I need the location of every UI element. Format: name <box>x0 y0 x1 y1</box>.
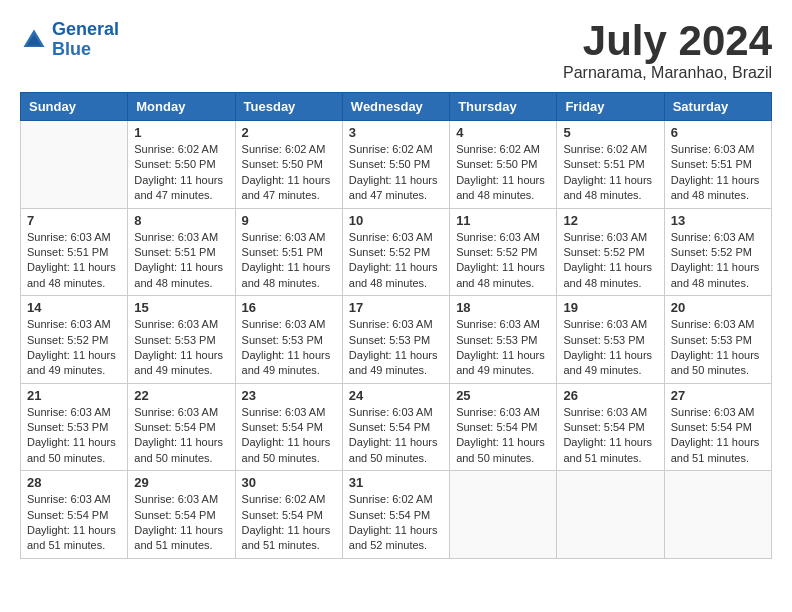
calendar-cell: 13Sunrise: 6:03 AMSunset: 5:52 PMDayligh… <box>664 208 771 296</box>
calendar-week-row-3: 14Sunrise: 6:03 AMSunset: 5:52 PMDayligh… <box>21 296 772 384</box>
calendar-header-wednesday: Wednesday <box>342 93 449 121</box>
day-number: 28 <box>27 475 121 490</box>
day-info: Sunrise: 6:03 AMSunset: 5:54 PMDaylight:… <box>456 405 550 467</box>
day-info: Sunrise: 6:03 AMSunset: 5:54 PMDaylight:… <box>134 492 228 554</box>
day-number: 18 <box>456 300 550 315</box>
calendar-cell <box>21 121 128 209</box>
calendar-cell: 22Sunrise: 6:03 AMSunset: 5:54 PMDayligh… <box>128 383 235 471</box>
day-info: Sunrise: 6:03 AMSunset: 5:54 PMDaylight:… <box>671 405 765 467</box>
title-block: July 2024 Parnarama, Maranhao, Brazil <box>563 20 772 82</box>
page-header: General Blue July 2024 Parnarama, Maranh… <box>20 20 772 82</box>
logo: General Blue <box>20 20 119 60</box>
day-number: 6 <box>671 125 765 140</box>
day-info: Sunrise: 6:02 AMSunset: 5:54 PMDaylight:… <box>349 492 443 554</box>
day-number: 25 <box>456 388 550 403</box>
calendar-cell: 3Sunrise: 6:02 AMSunset: 5:50 PMDaylight… <box>342 121 449 209</box>
calendar-cell: 31Sunrise: 6:02 AMSunset: 5:54 PMDayligh… <box>342 471 449 559</box>
calendar-cell: 12Sunrise: 6:03 AMSunset: 5:52 PMDayligh… <box>557 208 664 296</box>
calendar-cell <box>664 471 771 559</box>
day-number: 1 <box>134 125 228 140</box>
day-number: 22 <box>134 388 228 403</box>
day-info: Sunrise: 6:03 AMSunset: 5:52 PMDaylight:… <box>671 230 765 292</box>
day-number: 8 <box>134 213 228 228</box>
day-info: Sunrise: 6:03 AMSunset: 5:53 PMDaylight:… <box>349 317 443 379</box>
day-number: 11 <box>456 213 550 228</box>
calendar-cell: 24Sunrise: 6:03 AMSunset: 5:54 PMDayligh… <box>342 383 449 471</box>
day-info: Sunrise: 6:02 AMSunset: 5:51 PMDaylight:… <box>563 142 657 204</box>
calendar-cell: 19Sunrise: 6:03 AMSunset: 5:53 PMDayligh… <box>557 296 664 384</box>
calendar-header-thursday: Thursday <box>450 93 557 121</box>
calendar-cell: 27Sunrise: 6:03 AMSunset: 5:54 PMDayligh… <box>664 383 771 471</box>
calendar-week-row-4: 21Sunrise: 6:03 AMSunset: 5:53 PMDayligh… <box>21 383 772 471</box>
day-number: 12 <box>563 213 657 228</box>
calendar-cell: 14Sunrise: 6:03 AMSunset: 5:52 PMDayligh… <box>21 296 128 384</box>
calendar-cell: 5Sunrise: 6:02 AMSunset: 5:51 PMDaylight… <box>557 121 664 209</box>
calendar-cell: 10Sunrise: 6:03 AMSunset: 5:52 PMDayligh… <box>342 208 449 296</box>
calendar-cell: 2Sunrise: 6:02 AMSunset: 5:50 PMDaylight… <box>235 121 342 209</box>
day-number: 5 <box>563 125 657 140</box>
calendar-cell: 1Sunrise: 6:02 AMSunset: 5:50 PMDaylight… <box>128 121 235 209</box>
day-info: Sunrise: 6:03 AMSunset: 5:52 PMDaylight:… <box>27 317 121 379</box>
day-info: Sunrise: 6:03 AMSunset: 5:53 PMDaylight:… <box>134 317 228 379</box>
day-number: 9 <box>242 213 336 228</box>
calendar-cell: 23Sunrise: 6:03 AMSunset: 5:54 PMDayligh… <box>235 383 342 471</box>
day-info: Sunrise: 6:02 AMSunset: 5:50 PMDaylight:… <box>349 142 443 204</box>
day-info: Sunrise: 6:03 AMSunset: 5:52 PMDaylight:… <box>456 230 550 292</box>
day-number: 7 <box>27 213 121 228</box>
day-number: 4 <box>456 125 550 140</box>
day-number: 23 <box>242 388 336 403</box>
day-info: Sunrise: 6:03 AMSunset: 5:51 PMDaylight:… <box>242 230 336 292</box>
day-info: Sunrise: 6:02 AMSunset: 5:50 PMDaylight:… <box>456 142 550 204</box>
calendar-cell <box>557 471 664 559</box>
day-info: Sunrise: 6:03 AMSunset: 5:51 PMDaylight:… <box>27 230 121 292</box>
calendar-cell: 4Sunrise: 6:02 AMSunset: 5:50 PMDaylight… <box>450 121 557 209</box>
day-info: Sunrise: 6:02 AMSunset: 5:54 PMDaylight:… <box>242 492 336 554</box>
calendar-cell: 28Sunrise: 6:03 AMSunset: 5:54 PMDayligh… <box>21 471 128 559</box>
logo-icon <box>20 26 48 54</box>
day-number: 27 <box>671 388 765 403</box>
day-info: Sunrise: 6:02 AMSunset: 5:50 PMDaylight:… <box>242 142 336 204</box>
calendar-header-tuesday: Tuesday <box>235 93 342 121</box>
month-title: July 2024 <box>563 20 772 62</box>
day-number: 2 <box>242 125 336 140</box>
calendar-cell: 7Sunrise: 6:03 AMSunset: 5:51 PMDaylight… <box>21 208 128 296</box>
calendar-header-saturday: Saturday <box>664 93 771 121</box>
calendar-header-monday: Monday <box>128 93 235 121</box>
calendar-header-friday: Friday <box>557 93 664 121</box>
calendar-table: SundayMondayTuesdayWednesdayThursdayFrid… <box>20 92 772 559</box>
day-info: Sunrise: 6:02 AMSunset: 5:50 PMDaylight:… <box>134 142 228 204</box>
calendar-header-row: SundayMondayTuesdayWednesdayThursdayFrid… <box>21 93 772 121</box>
day-number: 30 <box>242 475 336 490</box>
calendar-header-sunday: Sunday <box>21 93 128 121</box>
calendar-cell: 6Sunrise: 6:03 AMSunset: 5:51 PMDaylight… <box>664 121 771 209</box>
calendar-cell: 21Sunrise: 6:03 AMSunset: 5:53 PMDayligh… <box>21 383 128 471</box>
calendar-cell: 11Sunrise: 6:03 AMSunset: 5:52 PMDayligh… <box>450 208 557 296</box>
day-number: 16 <box>242 300 336 315</box>
calendar-cell: 16Sunrise: 6:03 AMSunset: 5:53 PMDayligh… <box>235 296 342 384</box>
day-info: Sunrise: 6:03 AMSunset: 5:53 PMDaylight:… <box>671 317 765 379</box>
calendar-cell: 25Sunrise: 6:03 AMSunset: 5:54 PMDayligh… <box>450 383 557 471</box>
day-info: Sunrise: 6:03 AMSunset: 5:54 PMDaylight:… <box>27 492 121 554</box>
day-info: Sunrise: 6:03 AMSunset: 5:54 PMDaylight:… <box>349 405 443 467</box>
day-info: Sunrise: 6:03 AMSunset: 5:54 PMDaylight:… <box>242 405 336 467</box>
day-info: Sunrise: 6:03 AMSunset: 5:53 PMDaylight:… <box>27 405 121 467</box>
day-number: 14 <box>27 300 121 315</box>
calendar-week-row-2: 7Sunrise: 6:03 AMSunset: 5:51 PMDaylight… <box>21 208 772 296</box>
day-number: 20 <box>671 300 765 315</box>
calendar-cell: 17Sunrise: 6:03 AMSunset: 5:53 PMDayligh… <box>342 296 449 384</box>
day-number: 26 <box>563 388 657 403</box>
calendar-cell: 26Sunrise: 6:03 AMSunset: 5:54 PMDayligh… <box>557 383 664 471</box>
day-number: 10 <box>349 213 443 228</box>
calendar-cell <box>450 471 557 559</box>
day-info: Sunrise: 6:03 AMSunset: 5:52 PMDaylight:… <box>563 230 657 292</box>
day-number: 15 <box>134 300 228 315</box>
day-number: 21 <box>27 388 121 403</box>
day-info: Sunrise: 6:03 AMSunset: 5:53 PMDaylight:… <box>242 317 336 379</box>
calendar-cell: 15Sunrise: 6:03 AMSunset: 5:53 PMDayligh… <box>128 296 235 384</box>
day-number: 17 <box>349 300 443 315</box>
location: Parnarama, Maranhao, Brazil <box>563 64 772 82</box>
day-info: Sunrise: 6:03 AMSunset: 5:53 PMDaylight:… <box>456 317 550 379</box>
logo-text: General Blue <box>52 20 119 60</box>
day-info: Sunrise: 6:03 AMSunset: 5:51 PMDaylight:… <box>671 142 765 204</box>
calendar-cell: 9Sunrise: 6:03 AMSunset: 5:51 PMDaylight… <box>235 208 342 296</box>
